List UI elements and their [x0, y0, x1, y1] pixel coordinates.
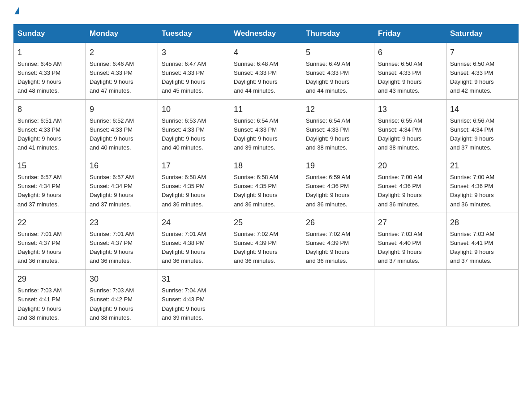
day-info: Sunrise: 6:48 AMSunset: 4:33 PMDaylight:… [234, 60, 298, 96]
day-number: 27 [378, 217, 442, 229]
calendar-cell [230, 270, 302, 326]
day-number: 24 [162, 217, 226, 229]
logo [13, 9, 19, 16]
day-info: Sunrise: 6:56 AMSunset: 4:34 PMDaylight:… [450, 116, 515, 153]
weekday-header-thursday: Thursday [302, 25, 374, 43]
calendar-week-row: 8Sunrise: 6:51 AMSunset: 4:33 PMDaylight… [14, 99, 519, 156]
calendar-week-row: 1Sunrise: 6:45 AMSunset: 4:33 PMDaylight… [14, 43, 519, 100]
day-info: Sunrise: 6:57 AMSunset: 4:34 PMDaylight:… [90, 173, 154, 209]
day-info: Sunrise: 6:59 AMSunset: 4:36 PMDaylight:… [306, 173, 370, 209]
day-info: Sunrise: 6:54 AMSunset: 4:33 PMDaylight:… [234, 116, 298, 153]
day-info: Sunrise: 6:54 AMSunset: 4:33 PMDaylight:… [306, 116, 370, 153]
calendar-cell: 19Sunrise: 6:59 AMSunset: 4:36 PMDayligh… [302, 156, 374, 213]
calendar-cell: 16Sunrise: 6:57 AMSunset: 4:34 PMDayligh… [86, 156, 158, 213]
calendar-cell: 23Sunrise: 7:01 AMSunset: 4:37 PMDayligh… [86, 213, 158, 270]
calendar-cell: 10Sunrise: 6:53 AMSunset: 4:33 PMDayligh… [158, 99, 230, 156]
calendar-cell: 17Sunrise: 6:58 AMSunset: 4:35 PMDayligh… [158, 156, 230, 213]
day-number: 8 [17, 103, 82, 116]
day-number: 10 [162, 103, 226, 116]
weekday-header-wednesday: Wednesday [230, 25, 302, 43]
calendar-week-row: 29Sunrise: 7:03 AMSunset: 4:41 PMDayligh… [14, 270, 519, 326]
calendar-cell: 28Sunrise: 7:03 AMSunset: 4:41 PMDayligh… [446, 213, 519, 270]
calendar-cell [302, 270, 374, 326]
day-info: Sunrise: 7:03 AMSunset: 4:41 PMDaylight:… [450, 230, 515, 266]
day-info: Sunrise: 6:52 AMSunset: 4:33 PMDaylight:… [90, 116, 154, 153]
day-number: 3 [162, 47, 226, 59]
calendar-cell [374, 270, 446, 326]
day-number: 25 [234, 217, 298, 229]
calendar-cell: 2Sunrise: 6:46 AMSunset: 4:33 PMDaylight… [86, 43, 158, 100]
day-number: 28 [450, 217, 515, 229]
day-info: Sunrise: 7:01 AMSunset: 4:37 PMDaylight:… [90, 230, 154, 266]
calendar-cell: 27Sunrise: 7:03 AMSunset: 4:40 PMDayligh… [374, 213, 446, 270]
day-info: Sunrise: 7:00 AMSunset: 4:36 PMDaylight:… [378, 173, 442, 209]
day-number: 17 [162, 160, 226, 172]
calendar-cell: 9Sunrise: 6:52 AMSunset: 4:33 PMDaylight… [86, 99, 158, 156]
day-number: 15 [17, 160, 82, 172]
day-number: 11 [234, 103, 298, 116]
calendar-cell: 7Sunrise: 6:50 AMSunset: 4:33 PMDaylight… [446, 43, 519, 100]
weekday-header-sunday: Sunday [14, 25, 86, 43]
calendar-cell: 3Sunrise: 6:47 AMSunset: 4:33 PMDaylight… [158, 43, 230, 100]
calendar-cell: 15Sunrise: 6:57 AMSunset: 4:34 PMDayligh… [14, 156, 86, 213]
day-info: Sunrise: 6:50 AMSunset: 4:33 PMDaylight:… [450, 60, 515, 96]
day-info: Sunrise: 7:03 AMSunset: 4:42 PMDaylight:… [90, 286, 154, 322]
day-number: 9 [90, 103, 154, 116]
day-number: 29 [17, 273, 82, 285]
day-info: Sunrise: 7:03 AMSunset: 4:41 PMDaylight:… [17, 286, 82, 322]
calendar-cell: 4Sunrise: 6:48 AMSunset: 4:33 PMDaylight… [230, 43, 302, 100]
calendar-header: SundayMondayTuesdayWednesdayThursdayFrid… [14, 25, 519, 43]
weekday-header-saturday: Saturday [446, 25, 519, 43]
calendar-cell: 29Sunrise: 7:03 AMSunset: 4:41 PMDayligh… [14, 270, 86, 326]
calendar-cell: 14Sunrise: 6:56 AMSunset: 4:34 PMDayligh… [446, 99, 519, 156]
day-number: 7 [450, 47, 515, 59]
calendar-cell: 12Sunrise: 6:54 AMSunset: 4:33 PMDayligh… [302, 99, 374, 156]
day-number: 21 [450, 160, 515, 172]
calendar-cell: 21Sunrise: 7:00 AMSunset: 4:36 PMDayligh… [446, 156, 519, 213]
day-info: Sunrise: 7:02 AMSunset: 4:39 PMDaylight:… [306, 230, 370, 266]
day-info: Sunrise: 6:46 AMSunset: 4:33 PMDaylight:… [90, 60, 154, 96]
calendar-cell: 11Sunrise: 6:54 AMSunset: 4:33 PMDayligh… [230, 99, 302, 156]
day-number: 30 [90, 273, 154, 285]
day-number: 6 [378, 47, 442, 59]
calendar-week-row: 15Sunrise: 6:57 AMSunset: 4:34 PMDayligh… [14, 156, 519, 213]
day-info: Sunrise: 7:01 AMSunset: 4:38 PMDaylight:… [162, 230, 226, 266]
day-info: Sunrise: 6:57 AMSunset: 4:34 PMDaylight:… [17, 173, 82, 209]
calendar-cell: 30Sunrise: 7:03 AMSunset: 4:42 PMDayligh… [86, 270, 158, 326]
calendar-body: 1Sunrise: 6:45 AMSunset: 4:33 PMDaylight… [14, 43, 519, 326]
day-number: 22 [17, 217, 82, 229]
calendar-cell: 26Sunrise: 7:02 AMSunset: 4:39 PMDayligh… [302, 213, 374, 270]
day-info: Sunrise: 6:58 AMSunset: 4:35 PMDaylight:… [234, 173, 298, 209]
day-number: 4 [234, 47, 298, 59]
calendar-cell: 5Sunrise: 6:49 AMSunset: 4:33 PMDaylight… [302, 43, 374, 100]
calendar-cell: 20Sunrise: 7:00 AMSunset: 4:36 PMDayligh… [374, 156, 446, 213]
calendar-cell: 13Sunrise: 6:55 AMSunset: 4:34 PMDayligh… [374, 99, 446, 156]
day-number: 20 [378, 160, 442, 172]
calendar-cell: 6Sunrise: 6:50 AMSunset: 4:33 PMDaylight… [374, 43, 446, 100]
day-info: Sunrise: 7:01 AMSunset: 4:37 PMDaylight:… [17, 230, 82, 266]
day-info: Sunrise: 6:58 AMSunset: 4:35 PMDaylight:… [162, 173, 226, 209]
day-info: Sunrise: 6:49 AMSunset: 4:33 PMDaylight:… [306, 60, 370, 96]
day-number: 31 [162, 273, 226, 285]
day-number: 14 [450, 103, 515, 116]
day-number: 1 [17, 47, 82, 59]
weekday-header-tuesday: Tuesday [158, 25, 230, 43]
day-info: Sunrise: 7:02 AMSunset: 4:39 PMDaylight:… [234, 230, 298, 266]
weekday-header-monday: Monday [86, 25, 158, 43]
day-number: 5 [306, 47, 370, 59]
day-number: 19 [306, 160, 370, 172]
day-info: Sunrise: 7:03 AMSunset: 4:40 PMDaylight:… [378, 230, 442, 266]
day-number: 16 [90, 160, 154, 172]
day-info: Sunrise: 6:53 AMSunset: 4:33 PMDaylight:… [162, 116, 226, 153]
calendar-cell [446, 270, 519, 326]
day-info: Sunrise: 7:00 AMSunset: 4:36 PMDaylight:… [450, 173, 515, 209]
day-number: 12 [306, 103, 370, 116]
calendar-table: SundayMondayTuesdayWednesdayThursdayFrid… [13, 24, 519, 326]
day-info: Sunrise: 6:47 AMSunset: 4:33 PMDaylight:… [162, 60, 226, 96]
day-number: 26 [306, 217, 370, 229]
day-info: Sunrise: 6:50 AMSunset: 4:33 PMDaylight:… [378, 60, 442, 96]
logo-triangle-icon [14, 7, 19, 14]
day-number: 13 [378, 103, 442, 116]
page-header [13, 9, 519, 16]
day-info: Sunrise: 7:04 AMSunset: 4:43 PMDaylight:… [162, 286, 226, 322]
